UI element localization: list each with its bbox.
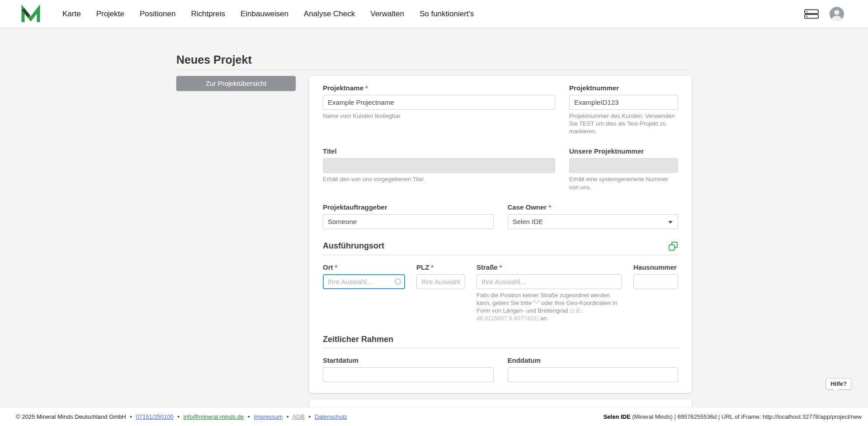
projektname-label: Projektname *	[323, 84, 555, 92]
ausfuehrungsort-title: Ausführungsort	[323, 241, 384, 251]
agb-link[interactable]: AGB	[292, 413, 305, 420]
required-marker: *	[335, 263, 338, 272]
section-ausfuehrungsort: Ausführungsort	[323, 241, 678, 255]
navbar-right	[804, 7, 844, 21]
nav-item-karte[interactable]: Karte	[62, 9, 81, 19]
plz-label-text: PLZ	[416, 263, 429, 272]
nav-item-einbauweisen[interactable]: Einbauweisen	[241, 9, 288, 19]
enddatum-label-text: Enddatum	[508, 356, 541, 365]
help-label: Hilfe?	[830, 380, 847, 387]
strasse-label-text: Straße	[476, 263, 498, 272]
server-icon[interactable]	[804, 9, 819, 19]
projektnummer-helper: Projektnummer des Kunden. Verwenden Sie …	[569, 112, 678, 135]
impressum-link[interactable]: Impressum	[254, 413, 283, 420]
startdatum-label-text: Startdatum	[323, 356, 359, 365]
projektnummer-input[interactable]	[569, 95, 678, 110]
field-projektauftraggeber: Projektauftraggeber	[323, 203, 494, 229]
footer-legal: © 2025 Mineral Minds Deutschland GmbH • …	[16, 413, 347, 420]
zeitlicher-rahmen-title: Zeitlicher Rahmen	[323, 335, 393, 344]
required-marker: *	[431, 263, 434, 272]
hausnummer-input[interactable]	[633, 274, 678, 289]
projektname-helper: Name vom Kunden festlegbar	[323, 112, 555, 120]
required-marker: *	[365, 84, 368, 92]
section-zeitlicher-rahmen: Zeitlicher Rahmen	[323, 335, 678, 348]
projektauftraggeber-input[interactable]	[323, 214, 494, 229]
field-startdatum: Startdatum	[323, 356, 494, 382]
separator: •	[248, 413, 250, 420]
case-owner-label-text: Case Owner	[508, 203, 547, 211]
strasse-helper: Falls die Position keiner Straße zugeord…	[476, 291, 622, 323]
strasse-helper-text: Falls die Position keiner Straße zugeord…	[476, 292, 617, 314]
strasse-helper-suffix: an.	[538, 315, 548, 322]
strasse-input[interactable]	[476, 274, 622, 289]
top-navbar: Karte Projekte Positionen Richtpreis Ein…	[0, 0, 868, 28]
spinner-icon	[395, 278, 401, 285]
back-to-projects-button[interactable]: Zur Projektübersicht	[176, 76, 296, 91]
mineral-minds-logo[interactable]	[20, 3, 42, 25]
field-enddatum: Enddatum	[508, 356, 679, 382]
field-unsere-projektnummer: Unsere Projektnummer Erhält eine systemg…	[569, 147, 678, 191]
session-info: Selen IDE (Mineral Minds) | 69576255536d…	[604, 413, 862, 420]
nav-item-analyse-check[interactable]: Analyse Check	[304, 9, 355, 19]
enddatum-label: Enddatum	[508, 356, 679, 365]
caret-down-icon	[668, 221, 673, 224]
ort-label-text: Ort	[323, 263, 333, 272]
case-owner-label: Case Owner *	[508, 203, 679, 211]
field-projektnummer: Projektnummer Projektnummer des Kunden. …	[569, 84, 678, 135]
plz-input[interactable]	[416, 274, 465, 289]
help-bubble-tail	[833, 389, 839, 392]
nav-item-positionen[interactable]: Positionen	[140, 9, 175, 19]
required-marker: *	[548, 203, 551, 211]
required-marker: *	[500, 263, 502, 272]
separator: •	[287, 413, 289, 420]
titel-label: Titel	[323, 147, 555, 155]
plz-label: PLZ *	[416, 263, 465, 272]
hausnummer-label-text: Hausnummer	[633, 263, 677, 272]
unsere-projektnummer-helper: Erhält eine systemgenerierte Nummer von …	[569, 175, 678, 191]
main-content: Neues Projekt Zur Projektübersicht Proje…	[0, 28, 868, 410]
projektnummer-label-text: Projektnummer	[569, 84, 619, 92]
title-divider	[176, 70, 692, 70]
page-footer: © 2025 Mineral Minds Deutschland GmbH • …	[0, 407, 868, 426]
startdatum-input[interactable]	[323, 367, 494, 382]
nav-item-projekte[interactable]: Projekte	[96, 9, 124, 19]
projektname-input[interactable]	[323, 95, 555, 110]
startdatum-label: Startdatum	[323, 356, 494, 365]
titel-input	[323, 158, 555, 173]
unsere-projektnummer-label: Unsere Projektnummer	[569, 147, 678, 155]
copy-icon[interactable]	[668, 241, 678, 251]
projektauftraggeber-label-text: Projektauftraggeber	[323, 203, 387, 211]
email-link[interactable]: info@mineral-minds.de	[183, 413, 244, 420]
main-nav: Karte Projekte Positionen Richtpreis Ein…	[62, 9, 474, 19]
field-titel: Titel Erhält den von uns vorgegebenen Ti…	[323, 147, 555, 191]
unsere-projektnummer-input	[569, 158, 678, 173]
logo-icon	[20, 3, 42, 25]
help-button[interactable]: Hilfe?	[826, 378, 851, 389]
field-plz: PLZ *	[416, 263, 465, 323]
projektname-label-text: Projektname	[323, 84, 363, 92]
user-avatar[interactable]	[830, 7, 844, 21]
titel-helper: Erhält den von uns vorgegebenen Titel.	[323, 175, 555, 183]
strasse-label: Straße *	[476, 263, 622, 272]
case-owner-value: Selen IDE	[513, 218, 543, 225]
field-ort: Ort *	[323, 263, 405, 323]
unsere-projektnummer-label-text: Unsere Projektnummer	[569, 147, 644, 155]
case-owner-select[interactable]: Selen IDE	[508, 214, 679, 229]
nav-item-richtpreis[interactable]: Richtpreis	[191, 9, 225, 19]
ort-input[interactable]	[323, 274, 405, 289]
nav-item-verwalten[interactable]: Verwalten	[370, 9, 404, 19]
session-user: Selen IDE	[604, 413, 631, 420]
nav-item-so-funktionierts[interactable]: So funktioniert's	[420, 9, 474, 19]
separator: •	[177, 413, 179, 420]
copyright-text: © 2025 Mineral Minds Deutschland GmbH	[16, 413, 126, 420]
separator: •	[130, 413, 132, 420]
ort-label: Ort *	[323, 263, 405, 272]
field-projektname: Projektname * Name vom Kunden festlegbar	[323, 84, 555, 135]
hausnummer-label: Hausnummer	[633, 263, 678, 272]
page-title: Neues Projekt	[176, 53, 692, 66]
enddatum-input[interactable]	[508, 367, 679, 382]
field-hausnummer: Hausnummer	[633, 263, 678, 323]
datenschutz-link[interactable]: Datenschutz	[315, 413, 347, 420]
phone-link[interactable]: 07151/250100	[136, 413, 174, 420]
field-strasse: Straße * Falls die Position keiner Straß…	[476, 263, 622, 323]
